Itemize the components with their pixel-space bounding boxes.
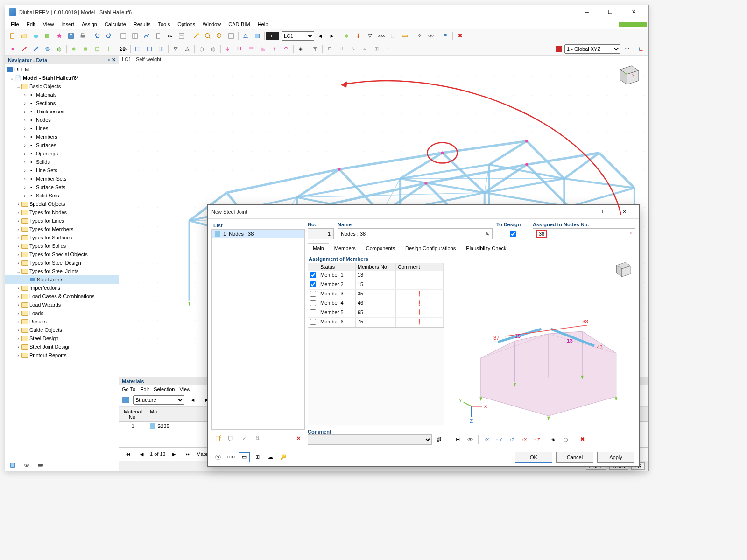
tree-steel-joints[interactable]: Steel Joints bbox=[5, 275, 119, 284]
assign-row[interactable]: Member 113 bbox=[308, 271, 444, 280]
tb2-member-icon[interactable] bbox=[30, 44, 42, 54]
tb2-brk2-icon[interactable]: ⊔ bbox=[336, 44, 347, 54]
tree-group-item[interactable]: ›Types for Special Objects bbox=[5, 250, 119, 259]
tb2-brk5-icon[interactable]: ⊞ bbox=[371, 44, 382, 54]
tb2-sup2-icon[interactable]: △ bbox=[182, 44, 193, 54]
tb2-node-icon[interactable] bbox=[7, 44, 18, 54]
tb2-frame3-icon[interactable] bbox=[155, 44, 167, 54]
tb-print-icon[interactable] bbox=[77, 31, 88, 41]
tb-sc-icon[interactable]: SC bbox=[164, 31, 176, 41]
tb2-filter-icon[interactable] bbox=[310, 44, 321, 54]
list-delete-icon[interactable]: ✕ bbox=[293, 434, 304, 444]
tree-basic-item[interactable]: ›•Thicknesses bbox=[5, 107, 119, 116]
member-checkbox[interactable] bbox=[310, 291, 316, 297]
menu-help[interactable]: Help bbox=[254, 21, 272, 28]
tb-x-red-icon[interactable]: ✖ bbox=[454, 31, 465, 41]
tb2-dim-icon[interactable]: 0̲.0̲0 bbox=[118, 44, 129, 54]
mat-menu-sel[interactable]: Selection bbox=[154, 386, 175, 392]
nav-ft-icon1[interactable] bbox=[7, 460, 18, 470]
tb-text-icon[interactable] bbox=[176, 31, 187, 41]
dlg-ft-key-icon[interactable]: 🔑 bbox=[278, 452, 289, 462]
tb2-ld3-icon[interactable] bbox=[246, 44, 257, 54]
tb-new-icon[interactable] bbox=[7, 31, 18, 41]
tree-group-item[interactable]: ›Types for Lines bbox=[5, 217, 119, 225]
tb-view-opt-icon[interactable]: ✧ bbox=[414, 31, 425, 41]
tree-basic-item[interactable]: ›•Surface Sets bbox=[5, 183, 119, 191]
menu-window[interactable]: Window bbox=[199, 21, 225, 28]
ok-button[interactable]: OK bbox=[515, 452, 552, 463]
assign-row[interactable]: Member 565❗ bbox=[308, 308, 444, 318]
tb-num-icon[interactable]: x.xx bbox=[376, 31, 387, 41]
navigator-tree[interactable]: RFEM ⌄📄Model - Stahl Halle.rf6* ⌄Basic O… bbox=[5, 64, 119, 459]
tree-group2-item[interactable]: ›Guide Objects bbox=[5, 326, 119, 334]
tab-plausibility[interactable]: Plausibility Check bbox=[461, 243, 511, 253]
tree-basic-item[interactable]: ›•Member Sets bbox=[5, 175, 119, 183]
close-button[interactable]: ✕ bbox=[625, 7, 642, 18]
tb2-misc1-icon[interactable]: ◈ bbox=[295, 44, 306, 54]
name-field[interactable]: Nodes : 38 ✎ bbox=[338, 228, 493, 239]
tb2-line-icon[interactable] bbox=[19, 44, 30, 54]
menu-options[interactable]: Options bbox=[174, 21, 199, 28]
todesign-checkbox[interactable] bbox=[510, 231, 516, 237]
assign-row[interactable]: Member 215 bbox=[308, 280, 444, 290]
dlg-ft-help-icon[interactable]: ? bbox=[212, 452, 224, 462]
member-checkbox[interactable] bbox=[310, 272, 316, 278]
tree-group-item[interactable]: ›Types for Members bbox=[5, 225, 119, 233]
tb-zoom-ext-icon[interactable]: + bbox=[214, 31, 225, 41]
comment-edit-icon[interactable]: 🗐 bbox=[434, 434, 444, 445]
menu-insert[interactable]: Insert bbox=[57, 21, 78, 28]
pv-zup-icon[interactable]: ↑Z bbox=[506, 434, 517, 445]
tb-axes-icon[interactable] bbox=[388, 31, 399, 41]
assign-row[interactable]: Member 675❗ bbox=[308, 318, 444, 327]
tree-basic-item[interactable]: ›•Line Sets bbox=[5, 166, 119, 175]
comment-select[interactable] bbox=[308, 434, 432, 445]
tb-undo-icon[interactable] bbox=[92, 31, 103, 41]
tab-components[interactable]: Components bbox=[361, 243, 400, 253]
tb-eye-icon[interactable] bbox=[425, 31, 437, 41]
tree-group2-item[interactable]: ›Steel Design bbox=[5, 334, 119, 343]
member-checkbox[interactable] bbox=[310, 319, 316, 325]
pv-xup-icon[interactable]: ↑X bbox=[481, 434, 492, 445]
mat-prev-icon[interactable]: ◄ bbox=[187, 395, 198, 405]
tree-basic-item[interactable]: ›•Surfaces bbox=[5, 141, 119, 149]
pick-node-icon[interactable]: ⬏ bbox=[628, 231, 632, 237]
tb2-sup1-icon[interactable]: ▽ bbox=[170, 44, 181, 54]
nav-pin-icon[interactable]: ▫ bbox=[108, 57, 110, 63]
pv-close-icon[interactable]: ✖ bbox=[577, 434, 588, 445]
list-sort-icon[interactable]: ⇅ bbox=[252, 434, 263, 444]
tab-main[interactable]: Main bbox=[308, 243, 329, 253]
dlg-ft-view2-icon[interactable]: ⊞ bbox=[252, 452, 263, 462]
tb2-gen2-icon[interactable] bbox=[80, 44, 91, 54]
tb-save-icon[interactable] bbox=[65, 31, 77, 41]
tb-open-icon[interactable] bbox=[19, 31, 30, 41]
nav-ft-eye-icon[interactable] bbox=[21, 460, 32, 470]
tb-display1-icon[interactable] bbox=[341, 31, 352, 41]
tb2-gen4-icon[interactable] bbox=[103, 44, 114, 54]
tb-starburst-icon[interactable] bbox=[54, 31, 65, 41]
tb-load-icon[interactable] bbox=[352, 31, 364, 41]
list-check-icon[interactable]: ✓ bbox=[239, 434, 250, 444]
mat-menu-edit[interactable]: Edit bbox=[140, 386, 149, 392]
tree-group2-item[interactable]: ›Imperfections bbox=[5, 284, 119, 292]
coord-combo[interactable]: 1 - Global XYZ bbox=[564, 44, 620, 54]
tb2-brk1-icon[interactable]: ⊓ bbox=[324, 44, 335, 54]
mat-menu-goto[interactable]: Go To bbox=[122, 386, 135, 392]
pv-iso-icon[interactable]: ◈ bbox=[548, 434, 559, 445]
pager-last-icon[interactable]: ⏭ bbox=[183, 449, 194, 459]
list-new-icon[interactable]: ★ bbox=[212, 434, 224, 444]
maximize-button[interactable]: ☐ bbox=[602, 7, 619, 18]
tb2-coord-btn-icon[interactable]: ⋯ bbox=[621, 44, 632, 54]
tree-group2-item[interactable]: ›Load Cases & Combinations bbox=[5, 292, 119, 301]
tb-block-icon[interactable] bbox=[42, 31, 53, 41]
tb-lc-prev-icon[interactable]: ◄ bbox=[315, 31, 326, 41]
tree-group-item[interactable]: ›Special Objects bbox=[5, 200, 119, 208]
tree-basic-item[interactable]: ›•Solid Sets bbox=[5, 191, 119, 200]
tree-group2-item[interactable]: ›Loads bbox=[5, 309, 119, 317]
tb-lc-next-icon[interactable]: ► bbox=[326, 31, 338, 41]
tb2-solid-icon[interactable] bbox=[54, 44, 65, 54]
menu-calculate[interactable]: Calculate bbox=[101, 21, 130, 28]
tb2-ld5-icon[interactable] bbox=[269, 44, 280, 54]
tb-doc-icon[interactable] bbox=[153, 31, 164, 41]
pv-yup-icon[interactable]: ↑-Y bbox=[493, 434, 505, 445]
menu-cadbim[interactable]: CAD-BIM bbox=[225, 21, 254, 28]
